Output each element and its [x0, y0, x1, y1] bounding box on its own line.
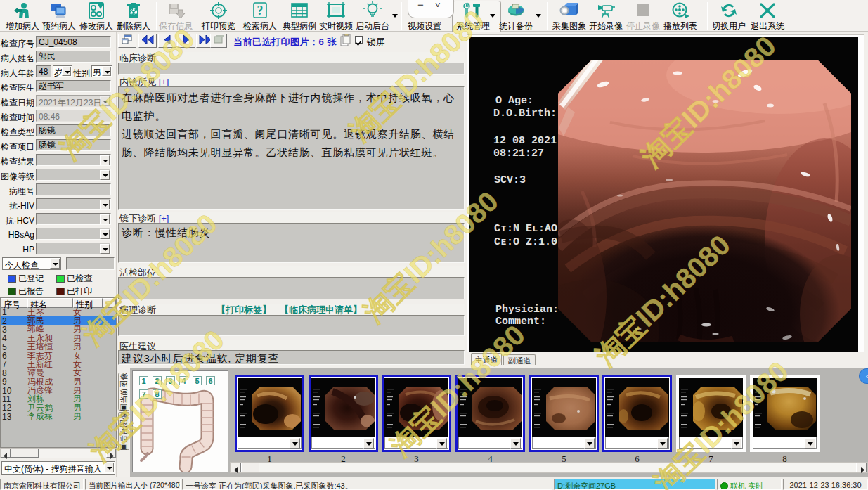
- svg-text:D.O.Birth:: D.O.Birth:: [493, 108, 557, 120]
- svg-text:Cᴛ:N Eʟ:AO: Cᴛ:N Eʟ:AO: [494, 223, 557, 235]
- svg-text:O Age:: O Age:: [495, 95, 533, 107]
- svg-text:Cᴇ:O Z:1.0: Cᴇ:O Z:1.0: [494, 236, 557, 248]
- svg-text:08:21:27: 08:21:27: [493, 148, 544, 160]
- svg-text:Physician:: Physician:: [495, 304, 559, 316]
- svg-text:SCV:3: SCV:3: [494, 174, 526, 186]
- svg-text:?: ?: [257, 4, 264, 18]
- svg-text:12 08 2021: 12 08 2021: [493, 135, 557, 147]
